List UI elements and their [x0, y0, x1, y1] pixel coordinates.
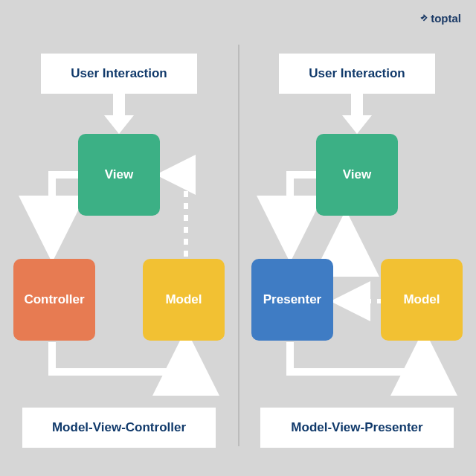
mvc-view-label: View [105, 167, 133, 182]
mvc-user-interaction-label: User Interaction [71, 66, 167, 81]
mvc-title-label: Model-View-Controller [52, 420, 186, 435]
mvc-title-box: Model-View-Controller [22, 408, 216, 448]
mvp-view-label: View [343, 167, 371, 182]
mvp-panel: User Interaction View Presenter Model Mo… [238, 0, 476, 476]
mvp-model-label: Model [403, 292, 440, 307]
mvp-presenter-label: Presenter [263, 292, 321, 307]
mvp-user-interaction-label: User Interaction [309, 66, 405, 81]
mvp-presenter-node: Presenter [251, 259, 333, 341]
mvc-controller-label: Controller [24, 292, 84, 307]
mvc-panel: User Interaction View Controller Model M… [0, 0, 238, 476]
mvp-model-node: Model [381, 259, 463, 341]
mvc-controller-node: Controller [13, 259, 95, 341]
mvc-model-label: Model [165, 292, 202, 307]
mvc-view-node: View [78, 134, 160, 216]
mvp-title-label: Model-View-Presenter [291, 420, 422, 435]
mvp-user-interaction-box: User Interaction [279, 54, 435, 94]
mvp-title-box: Model-View-Presenter [260, 408, 454, 448]
mvc-model-node: Model [143, 259, 225, 341]
mvp-view-node: View [316, 134, 398, 216]
mvc-user-interaction-box: User Interaction [41, 54, 197, 94]
